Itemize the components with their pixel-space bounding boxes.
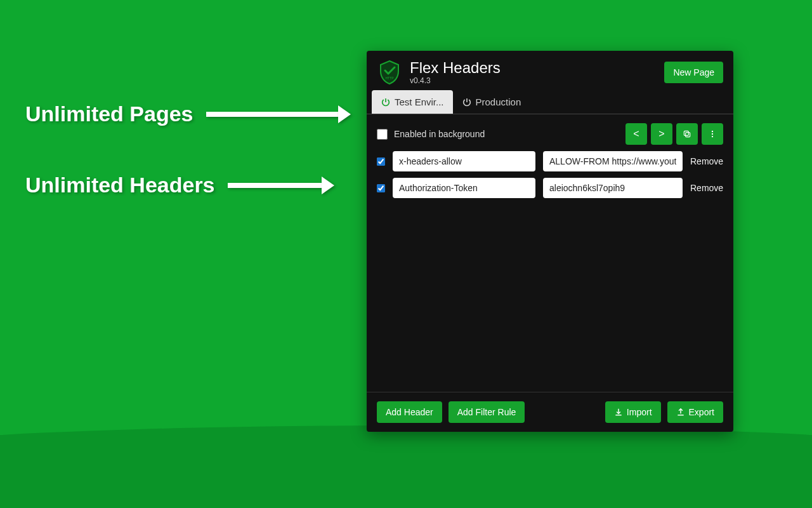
power-icon: [381, 97, 391, 107]
next-button[interactable]: >: [651, 123, 672, 145]
add-header-label: Add Header: [386, 407, 433, 417]
export-button[interactable]: Export: [667, 401, 723, 423]
callout-headers: Unlimited Headers: [25, 173, 323, 197]
header-key-input[interactable]: [393, 151, 535, 171]
tab-test-environment[interactable]: Test Envir...: [372, 90, 453, 114]
callout-pages: Unlimited Pages: [25, 102, 339, 126]
export-label: Export: [689, 407, 714, 417]
chevron-left-icon: <: [633, 128, 639, 140]
enabled-background-toggle[interactable]: Enabled in background: [377, 129, 485, 140]
import-button[interactable]: Import: [605, 401, 661, 423]
add-filter-rule-button[interactable]: Add Filter Rule: [449, 401, 525, 423]
app-title: Flex Headers: [410, 60, 664, 76]
row-checkbox[interactable]: [377, 183, 385, 194]
toolbar: Enabled in background < >: [367, 114, 733, 151]
tab-label: Test Envir...: [395, 97, 444, 107]
remove-button[interactable]: Remove: [690, 183, 723, 193]
remove-button[interactable]: Remove: [690, 156, 723, 166]
power-icon: [462, 97, 472, 107]
row-checkbox[interactable]: [377, 156, 385, 167]
svg-point-5: [712, 136, 713, 137]
arrow-icon: [228, 183, 323, 188]
import-label: Import: [627, 407, 652, 417]
tab-production[interactable]: Production: [453, 90, 530, 114]
tabs: Test Envir... Production: [367, 90, 733, 114]
svg-point-4: [712, 133, 713, 135]
dots-vertical-icon: [708, 130, 717, 138]
callout-headers-text: Unlimited Headers: [25, 173, 215, 197]
enabled-label: Enabled in background: [394, 129, 485, 139]
new-page-label: New Page: [673, 67, 714, 77]
title-block: Flex Headers v0.4.3: [410, 60, 664, 85]
upload-icon: [676, 408, 685, 417]
spacer: [531, 401, 599, 423]
panel-header: HTTP Flex Headers v0.4.3 New Page: [367, 51, 733, 90]
download-icon: [614, 408, 623, 417]
extension-panel: HTTP Flex Headers v0.4.3 New Page Test E…: [367, 51, 733, 432]
svg-text:HTTP: HTTP: [385, 76, 394, 80]
prev-button[interactable]: <: [625, 123, 647, 145]
header-rows: Remove Remove: [367, 151, 733, 392]
svg-point-3: [712, 131, 713, 132]
header-row: Remove: [377, 178, 723, 198]
duplicate-button[interactable]: [676, 123, 698, 145]
add-header-button[interactable]: Add Header: [377, 401, 442, 423]
footer: Add Header Add Filter Rule Import Export: [367, 392, 733, 432]
arrow-icon: [206, 112, 339, 117]
shield-logo-icon: HTTP: [377, 60, 402, 85]
svg-rect-2: [684, 131, 688, 136]
header-row: Remove: [377, 151, 723, 171]
new-page-button[interactable]: New Page: [664, 62, 723, 83]
chevron-right-icon: >: [658, 128, 664, 140]
copy-icon: [683, 130, 691, 138]
app-version: v0.4.3: [410, 76, 664, 85]
background-wave: [0, 425, 812, 508]
header-value-input[interactable]: [543, 178, 683, 198]
tab-label: Production: [476, 97, 521, 107]
more-button[interactable]: [702, 123, 723, 145]
toolbar-actions: < >: [625, 123, 723, 145]
add-filter-label: Add Filter Rule: [457, 407, 516, 417]
svg-rect-1: [686, 133, 690, 137]
enabled-checkbox[interactable]: [377, 129, 388, 140]
header-value-input[interactable]: [543, 151, 683, 171]
header-key-input[interactable]: [393, 178, 535, 198]
callout-pages-text: Unlimited Pages: [25, 102, 193, 126]
